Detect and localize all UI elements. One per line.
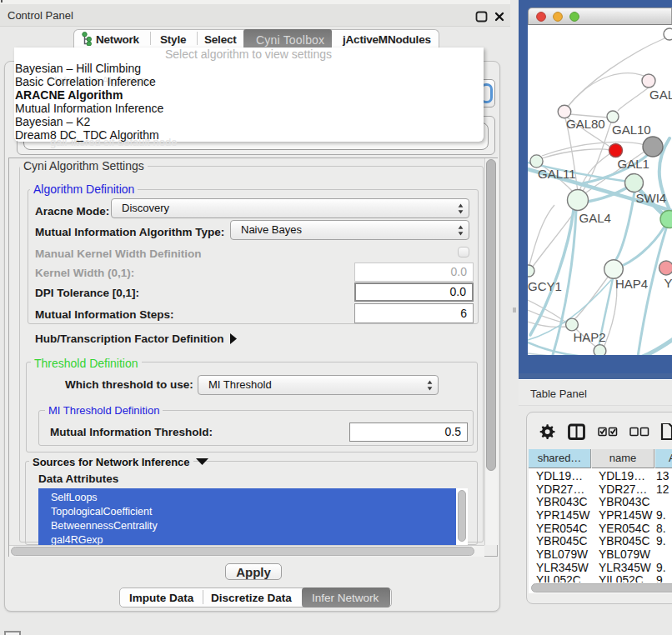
svg-text:GAL10: GAL10 (612, 122, 651, 137)
svg-text:GAL4: GAL4 (579, 211, 611, 225)
svg-text:GAL80: GAL80 (566, 117, 605, 131)
svg-text:GCY1: GCY1 (528, 279, 562, 293)
svg-text:Y: Y (664, 276, 672, 290)
svg-text:HAP2: HAP2 (574, 330, 606, 344)
svg-text:GAL11: GAL11 (538, 167, 576, 181)
svg-text:HAP4: HAP4 (615, 277, 648, 291)
svg-text:GAL1: GAL1 (618, 157, 649, 171)
svg-text:GAL7: GAL7 (649, 88, 672, 102)
svg-text:SWI4: SWI4 (636, 191, 667, 205)
